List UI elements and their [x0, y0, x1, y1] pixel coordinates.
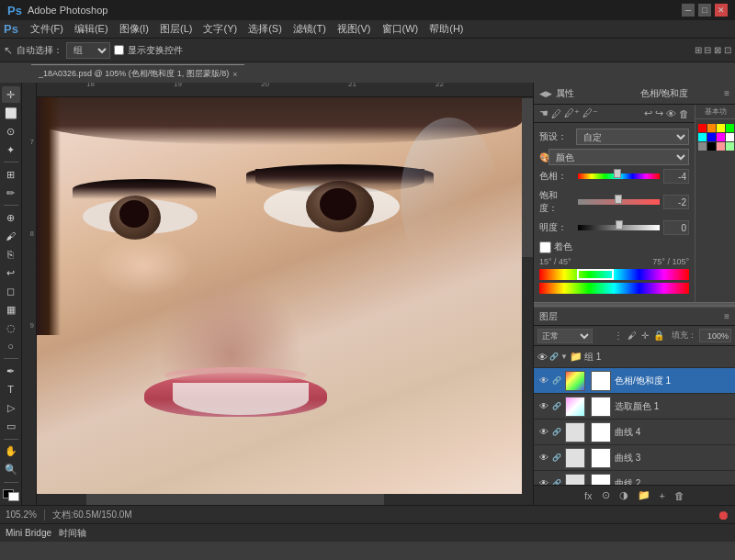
add-mask-button[interactable]: ⊙ — [600, 487, 612, 503]
menu-file[interactable]: 文件(F) — [26, 20, 68, 38]
healing-tool[interactable]: ⊕ — [2, 209, 20, 226]
undo-icon[interactable]: ↩ — [644, 107, 652, 119]
panel-toggle-icon[interactable]: ◀▶ — [539, 89, 552, 98]
menu-window[interactable]: 窗口(W) — [378, 20, 424, 38]
menu-image[interactable]: 图像(I) — [115, 20, 153, 38]
layer-eye-2[interactable]: 👁 — [537, 426, 550, 439]
group-visibility-icon[interactable]: 👁 — [537, 352, 548, 363]
hue-thumb[interactable] — [614, 169, 621, 178]
sat-track[interactable] — [578, 196, 660, 207]
colorize-checkbox-area[interactable]: 着色 — [539, 241, 572, 253]
lum-thumb[interactable] — [616, 220, 623, 230]
horizontal-scrollbar[interactable] — [37, 494, 533, 505]
maximize-button[interactable]: □ — [698, 4, 711, 17]
move-tool[interactable]: ✛ — [2, 86, 20, 103]
shape-tool[interactable]: ▭ — [2, 419, 20, 435]
delete-icon[interactable]: 🗑 — [679, 108, 689, 119]
tab-close-button[interactable]: × — [232, 70, 237, 79]
add-layer-button[interactable]: + — [658, 488, 667, 503]
colorize-checkbox[interactable] — [539, 241, 551, 253]
layer-link-1[interactable]: 🔗 — [552, 400, 561, 413]
color-spectrum-bar[interactable] — [539, 269, 689, 280]
swatch-yellow[interactable] — [717, 124, 725, 132]
clone-tool[interactable]: ⎘ — [2, 246, 20, 263]
history-brush[interactable]: ↩ — [2, 264, 20, 281]
auto-select-dropdown[interactable]: 组 图层 — [66, 42, 110, 59]
pen-tool[interactable]: ✒ — [2, 363, 20, 379]
background-color[interactable] — [8, 492, 19, 501]
tool-arrow-icon[interactable]: ↖ — [4, 44, 13, 57]
mini-bridge-tab[interactable]: Mini Bridge — [6, 528, 51, 538]
layer-eye-1[interactable]: 👁 — [537, 400, 550, 413]
layer-eye-0[interactable]: 👁 — [537, 375, 550, 387]
lock-transparent-icon[interactable]: ⋮ — [613, 330, 624, 342]
add-adjustment-button[interactable]: ◑ — [617, 487, 630, 503]
hand-icon[interactable]: ☚ — [539, 107, 548, 119]
lock-all-icon[interactable]: 🔒 — [652, 330, 665, 342]
gradient-tool[interactable]: ▦ — [2, 301, 20, 318]
layers-menu-icon[interactable]: ≡ — [724, 311, 729, 321]
layer-eye-4[interactable]: 👁 — [537, 477, 550, 486]
swatch-black[interactable] — [707, 142, 716, 151]
group-link-icon[interactable]: 🔗 — [549, 353, 559, 361]
delete-layer-button[interactable]: 🗑 — [673, 488, 686, 503]
panel-menu-icon[interactable]: ≡ — [724, 88, 729, 98]
layer-link-4[interactable]: 🔗 — [552, 477, 561, 486]
fill-input[interactable] — [699, 329, 731, 342]
eyedropper-plus-icon[interactable]: 🖊⁺ — [564, 107, 580, 119]
active-tab[interactable]: _18A0326.psd @ 105% (色相/饱和度 1, 图层蒙版/8) × — [31, 64, 244, 83]
layer-curves-4[interactable]: 👁 🔗 曲线 4 — [534, 420, 735, 445]
layer-eye-3[interactable]: 👁 — [537, 452, 550, 465]
menu-view[interactable]: 视图(V) — [333, 20, 376, 38]
blur-tool[interactable]: ◌ — [2, 319, 20, 336]
menu-select[interactable]: 选择(S) — [243, 20, 287, 38]
redo-icon[interactable]: ↪ — [655, 107, 663, 119]
show-controls-checkbox[interactable] — [114, 45, 124, 55]
menu-text[interactable]: 文字(Y) — [198, 20, 242, 38]
dodge-tool[interactable]: ○ — [2, 338, 20, 354]
layer-link-3[interactable]: 🔗 — [552, 452, 561, 465]
crop-tool[interactable]: ⊞ — [2, 166, 20, 183]
swatch-red[interactable] — [698, 124, 707, 132]
timeline-tab[interactable]: 时间轴 — [59, 527, 86, 540]
magic-wand-tool[interactable]: ✦ — [2, 141, 20, 158]
lum-value-input[interactable] — [663, 220, 689, 235]
swatch-orange[interactable] — [707, 124, 716, 132]
group-expand-icon[interactable]: ▼ — [560, 353, 568, 361]
type-tool[interactable]: T — [2, 381, 20, 398]
color-picker[interactable] — [3, 489, 19, 501]
layer-link-2[interactable]: 🔗 — [552, 426, 561, 439]
lock-position-icon[interactable]: ✛ — [640, 330, 650, 342]
swatch-blue[interactable] — [707, 133, 716, 141]
menu-layer[interactable]: 图层(L) — [155, 20, 197, 38]
menu-filter[interactable]: 滤镜(T) — [288, 20, 331, 38]
preset-dropdown[interactable]: 自定 — [576, 129, 689, 145]
lasso-tool[interactable]: ⊙ — [2, 123, 20, 140]
swatch-green[interactable] — [726, 124, 734, 132]
fx-button[interactable]: fx — [582, 488, 594, 503]
brush-tool[interactable]: 🖌 — [2, 228, 20, 244]
lock-image-icon[interactable]: 🖌 — [627, 330, 638, 342]
hue-value-input[interactable] — [663, 169, 689, 184]
visibility-icon[interactable]: 👁 — [666, 108, 676, 119]
swatch-cyan[interactable] — [698, 133, 707, 141]
eyedropper-minus-icon[interactable]: 🖊⁻ — [582, 107, 598, 119]
eraser-tool[interactable]: ◻ — [2, 283, 20, 299]
menu-edit[interactable]: 编辑(E) — [70, 20, 113, 38]
layer-select-color[interactable]: 👁 🔗 选取颜色 1 — [534, 394, 735, 420]
eyedropper-icon[interactable]: 🖊 — [551, 108, 561, 119]
vertical-scrollbar[interactable] — [522, 97, 533, 494]
path-select-tool[interactable]: ▷ — [2, 399, 20, 416]
layer-curves-3[interactable]: 👁 🔗 曲线 3 — [534, 445, 735, 471]
zoom-tool[interactable]: 🔍 — [2, 462, 20, 478]
swatch-white[interactable] — [726, 133, 734, 141]
layer-group-1[interactable]: 👁 🔗 ▼ 📁 组 1 — [534, 346, 735, 368]
minimize-button[interactable]: ─ — [682, 4, 695, 17]
swatch-pink[interactable] — [717, 142, 725, 151]
hand-tool[interactable]: ✋ — [2, 442, 20, 459]
sat-value-input[interactable] — [663, 195, 689, 209]
marquee-tool[interactable]: ⬜ — [2, 105, 20, 121]
swatch-ltgreen[interactable] — [726, 142, 734, 151]
close-button[interactable]: ✕ — [715, 4, 728, 17]
lum-track[interactable] — [578, 222, 660, 233]
